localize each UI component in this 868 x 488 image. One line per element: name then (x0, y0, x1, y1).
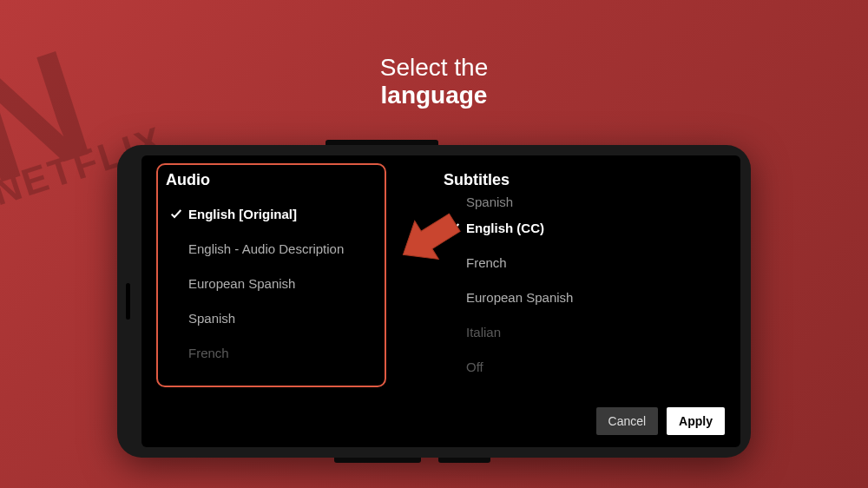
subtitles-column: Subtitles Spanish English (CC) French (444, 171, 721, 432)
instruction-line2: language (380, 82, 489, 109)
instruction-header: Select the language (380, 54, 489, 109)
subtitles-option-label: Italian (466, 325, 501, 340)
phone-screen: Audio English [Original] English - Audio… (141, 155, 740, 447)
subtitles-option-french[interactable]: French (444, 247, 721, 278)
audio-option-french[interactable]: French (166, 337, 444, 368)
subtitles-option-label: European Spanish (466, 290, 573, 305)
audio-options-list: English [Original] English - Audio Descr… (166, 198, 444, 368)
check-icon (169, 207, 188, 221)
audio-column: Audio English [Original] English - Audio… (166, 171, 444, 432)
subtitles-option-partial[interactable]: Spanish (444, 195, 721, 212)
subtitles-option-off[interactable]: Off (444, 351, 721, 382)
subtitles-title: Subtitles (444, 171, 721, 189)
cancel-button[interactable]: Cancel (596, 407, 659, 435)
audio-option-english-original[interactable]: English [Original] (166, 198, 444, 229)
check-icon (447, 221, 466, 234)
audio-option-label: European Spanish (188, 276, 295, 291)
subtitles-option-english-cc[interactable]: English (CC) (444, 212, 721, 243)
instruction-line1: Select the (380, 54, 489, 82)
subtitles-option-label: French (466, 255, 507, 270)
audio-option-english-ad[interactable]: English - Audio Description (166, 233, 444, 264)
phone-speaker (126, 283, 130, 320)
audio-option-spanish[interactable]: Spanish (166, 302, 444, 333)
audio-option-label: English [Original] (188, 207, 297, 221)
audio-option-european-spanish[interactable]: European Spanish (166, 267, 444, 299)
phone-hardware-button (334, 458, 421, 463)
subtitles-option-italian[interactable]: Italian (444, 316, 721, 347)
audio-option-label: English - Audio Description (188, 241, 344, 256)
dialog-buttons: Cancel Apply (596, 407, 725, 435)
apply-button[interactable]: Apply (667, 407, 725, 435)
audio-title: Audio (166, 171, 444, 189)
audio-option-label: French (188, 346, 229, 360)
subtitles-option-european-spanish[interactable]: European Spanish (444, 281, 721, 313)
phone-frame: Audio English [Original] English - Audio… (117, 145, 751, 458)
subtitles-option-label: Off (466, 359, 483, 374)
subtitles-option-label: English (CC) (466, 221, 544, 235)
subtitles-options-list: English (CC) French European Spanish (444, 212, 721, 382)
audio-option-label: Spanish (188, 311, 235, 326)
phone-hardware-button (438, 458, 490, 463)
